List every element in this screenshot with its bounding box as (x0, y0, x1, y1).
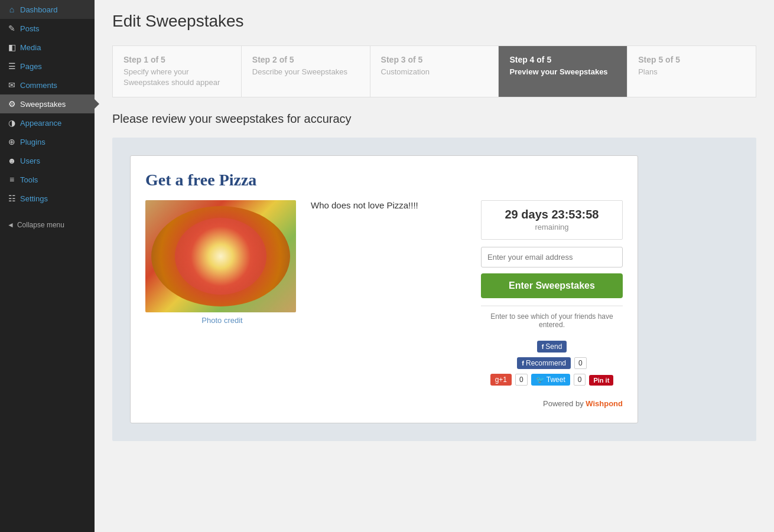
sidebar-item-sweepstakes[interactable]: ⚙ Sweepstakes (0, 94, 95, 113)
settings-icon: ☷ (7, 194, 17, 203)
step-1-number: Step 1 of 5 (123, 55, 230, 64)
step-3[interactable]: Step 3 of 5 Customization (370, 46, 499, 97)
home-icon: ⌂ (7, 5, 17, 14)
collapse-icon: ◄ (7, 221, 14, 229)
step-1[interactable]: Step 1 of 5 Specify where your Sweepstak… (113, 46, 242, 97)
facebook-recommend-button[interactable]: f Recommend (517, 357, 571, 369)
twitter-icon: 🐦 (536, 376, 545, 384)
sidebar-label-pages: Pages (20, 62, 42, 71)
page-title: Edit Sweepstakes (112, 12, 756, 31)
facebook-send-button[interactable]: f Send (537, 341, 567, 353)
timer-box: 29 days 23:53:58 remaining (481, 200, 623, 240)
powered-by-text: Powered by (543, 399, 584, 408)
pizza-image (145, 200, 296, 312)
friends-text: Enter to see which of your friends have … (481, 306, 623, 335)
facebook-send-row: f Send (481, 341, 623, 353)
step-3-number: Step 3 of 5 (381, 55, 488, 64)
tweet-count: 0 (574, 374, 586, 386)
fb-send-label: Send (545, 342, 562, 351)
preview-card: Get a free Pizza Photo credit Who does n… (130, 155, 638, 423)
timer-value: 29 days 23:53:58 (505, 208, 599, 221)
card-body: Photo credit Who does not love Pizza!!!!… (145, 200, 623, 390)
users-icon: ☻ (7, 156, 17, 165)
card-right: 29 days 23:53:58 remaining Enter Sweepst… (481, 200, 623, 390)
fb-recommend-label: Recommend (526, 359, 566, 367)
pin-icon: Pin it (589, 375, 613, 386)
step-5-number: Step 5 of 5 (638, 55, 745, 64)
powered-by: Powered by Wishpond (145, 399, 623, 408)
step-3-label: Customization (381, 67, 488, 77)
step-2[interactable]: Step 2 of 5 Describe your Sweepstakes (242, 46, 370, 97)
step-4-number: Step 4 of 5 (509, 55, 616, 64)
email-input[interactable] (481, 247, 623, 267)
sidebar-label-plugins: Plugins (20, 138, 45, 146)
step-2-label: Describe your Sweepstakes (252, 67, 359, 77)
tweet-label: Tweet (547, 376, 565, 384)
sidebar-label-settings: Settings (20, 194, 48, 203)
sidebar-item-pages[interactable]: ☰ Pages (0, 57, 95, 76)
photo-credit[interactable]: Photo credit (145, 316, 299, 325)
posts-icon: ✎ (7, 24, 17, 33)
plugins-icon: ⊕ (7, 137, 17, 146)
collapse-menu-button[interactable]: ◄ Collapse menu (0, 214, 95, 236)
step-4[interactable]: Step 4 of 5 Preview your Sweepstakes (499, 46, 627, 97)
pin-button[interactable]: Pin it (589, 374, 613, 385)
card-left: Photo credit (145, 200, 299, 390)
sidebar-arrow (95, 99, 99, 109)
sidebar-item-users[interactable]: ☻ Users (0, 151, 95, 170)
social-section: Enter to see which of your friends have … (481, 305, 623, 386)
sweepstakes-title: Get a free Pizza (145, 171, 623, 190)
preview-container: Get a free Pizza Photo credit Who does n… (112, 138, 756, 441)
gplus-icon: g+1 (495, 376, 507, 384)
review-text: Please review your sweepstakes for accur… (112, 112, 756, 126)
gplus-count: 0 (515, 374, 528, 386)
facebook-icon2: f (522, 360, 524, 367)
sidebar-label-dashboard: Dashboard (20, 5, 58, 14)
sidebar-label-comments: Comments (20, 81, 57, 90)
facebook-recommend-row: f Recommend 0 (481, 357, 623, 369)
timer-remaining: remaining (535, 223, 568, 231)
main-content: Edit Sweepstakes Step 1 of 5 Specify whe… (95, 0, 774, 532)
card-description: Who does not love Pizza!!!! (311, 200, 469, 210)
sidebar-label-appearance: Appearance (20, 119, 61, 128)
wishpond-link[interactable]: Wishpond (586, 399, 623, 408)
step-2-number: Step 2 of 5 (252, 55, 359, 64)
sidebar-item-plugins[interactable]: ⊕ Plugins (0, 132, 95, 151)
sidebar-label-tools: Tools (20, 175, 38, 184)
appearance-icon: ◑ (7, 118, 17, 128)
sidebar: ⌂ Dashboard ✎ Posts ◧ Media ☰ Pages ✉ Co… (0, 0, 95, 532)
sweepstakes-icon: ⚙ (7, 99, 17, 109)
sidebar-item-comments[interactable]: ✉ Comments (0, 76, 95, 94)
sidebar-item-dashboard[interactable]: ⌂ Dashboard (0, 0, 95, 19)
tools-icon: ≡ (7, 175, 17, 184)
sidebar-item-settings[interactable]: ☷ Settings (0, 189, 95, 208)
pages-icon: ☰ (7, 61, 17, 71)
sidebar-label-users: Users (20, 156, 40, 165)
sidebar-item-media[interactable]: ◧ Media (0, 38, 95, 57)
sidebar-item-appearance[interactable]: ◑ Appearance (0, 113, 95, 132)
step-5[interactable]: Step 5 of 5 Plans (627, 46, 756, 97)
comments-icon: ✉ (7, 80, 17, 90)
steps-bar: Step 1 of 5 Specify where your Sweepstak… (112, 45, 756, 97)
sidebar-label-media: Media (20, 43, 41, 52)
sidebar-label-sweepstakes: Sweepstakes (20, 100, 66, 109)
step-4-label: Preview your Sweepstakes (509, 67, 616, 77)
step-1-label: Specify where your Sweepstakes should ap… (123, 67, 230, 88)
sidebar-item-tools[interactable]: ≡ Tools (0, 170, 95, 189)
facebook-icon: f (542, 343, 544, 350)
sidebar-item-posts[interactable]: ✎ Posts (0, 19, 95, 38)
enter-sweepstakes-button[interactable]: Enter Sweepstakes (481, 273, 623, 298)
tweet-button[interactable]: 🐦 Tweet (531, 374, 570, 386)
gplus-button[interactable]: g+1 (490, 374, 512, 386)
sidebar-label-posts: Posts (20, 24, 40, 33)
media-icon: ◧ (7, 43, 17, 52)
collapse-label: Collapse menu (17, 221, 64, 229)
step-5-label: Plans (638, 67, 745, 77)
card-middle: Who does not love Pizza!!!! (311, 200, 469, 390)
recommend-count: 0 (574, 357, 587, 369)
gplus-tweet-row: g+1 0 🐦 Tweet 0 Pin it (481, 374, 623, 386)
